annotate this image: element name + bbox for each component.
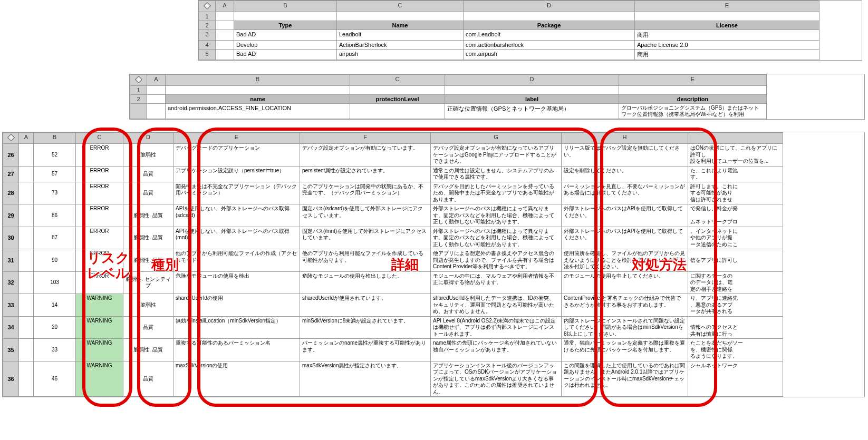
row-num[interactable]: 35 xyxy=(3,339,19,361)
row-num[interactable]: 28 xyxy=(3,182,19,204)
cell-desc[interactable]: minSdkVersionに8未満が設定されています。 xyxy=(300,316,431,339)
cell-title[interactable]: 無効なinstallLocation（minSdkVersion指定） xyxy=(173,316,300,339)
cell-id[interactable]: 52 xyxy=(34,144,76,167)
cell-title[interactable]: maxSdkVersionの使用 xyxy=(173,361,300,397)
cell-reason[interactable]: 外部ストレージへのパスは機種によって異なります。固定のパスなどを利用した場合、機… xyxy=(431,204,562,227)
cell-reason[interactable]: 通常この属性は設定しません。システムアプリのみで使用できる属性です。 xyxy=(431,166,562,182)
cell-desc[interactable]: デバッグ設定オプションが有効になっています。 xyxy=(300,144,431,167)
cell-risk[interactable]: ERROR xyxy=(76,182,123,204)
cell-id[interactable]: 87 xyxy=(34,227,76,249)
cell-risk[interactable]: ERROR xyxy=(76,271,123,294)
cell[interactable]: グローバルポジショニングシステム（GPS）またはネットワーク位置情報源（携帯基地… xyxy=(619,104,767,119)
cell-title[interactable]: 開発中または不完全なアプリケーション（デバック用パーミッション） xyxy=(173,182,300,204)
cell-risk[interactable]: ERROR xyxy=(76,166,123,182)
hdr-license[interactable]: License xyxy=(635,21,819,30)
cell-id[interactable]: 14 xyxy=(34,294,76,317)
cell-title[interactable]: デバッグモードのアプリケーション xyxy=(173,144,300,167)
col-D[interactable]: D xyxy=(123,133,173,144)
cell-id[interactable]: 103 xyxy=(34,271,76,294)
cell[interactable]: com.Leadbolt xyxy=(464,30,635,41)
cell[interactable]: Bad AD xyxy=(234,50,337,60)
hdr-name[interactable]: name xyxy=(166,95,350,104)
cell-risk[interactable]: WARNING xyxy=(76,294,123,317)
cell-desc[interactable]: パーミッションのname属性が重複する可能性があります。 xyxy=(300,339,431,361)
cell-type[interactable]: 脆弱性. 品質 xyxy=(123,227,173,249)
row-3[interactable] xyxy=(130,104,147,119)
col-A[interactable]: A xyxy=(147,75,166,86)
cell[interactable] xyxy=(619,86,767,95)
cell-risk[interactable]: ERROR xyxy=(76,144,123,167)
cell[interactable] xyxy=(19,271,34,294)
cell[interactable] xyxy=(19,339,34,361)
col-A[interactable]: A xyxy=(216,1,234,12)
col-E[interactable]: E xyxy=(173,133,300,144)
row-num[interactable]: 32 xyxy=(3,271,19,294)
cell[interactable] xyxy=(337,12,464,21)
cell-type[interactable]: 品質 xyxy=(123,316,173,339)
cell-desc[interactable]: 固定パス(/mnt)を使用して外部ストレージにアクセスしています。 xyxy=(300,227,431,249)
cell-reason[interactable]: デバッグを目的としたパーミッションを持っているため、開発中または不完全なアプリで… xyxy=(431,182,562,204)
row-num[interactable]: 29 xyxy=(3,204,19,227)
cell-type[interactable]: 脆弱性. センシティブ xyxy=(123,271,173,294)
row-num[interactable]: 30 xyxy=(3,227,19,249)
row-2[interactable]: 2 xyxy=(199,21,216,30)
col-E[interactable]: E xyxy=(635,1,819,12)
cell-reason[interactable]: モジュールの中には、マルウェアや利用者情報を不正に取得する物があります。 xyxy=(431,271,562,294)
cell[interactable] xyxy=(216,12,234,21)
cell[interactable]: 正確な位置情報（GPSとネットワーク基地局） xyxy=(445,104,619,119)
cell[interactable] xyxy=(166,86,350,95)
cell-action[interactable]: 外部ストレージへのパスはAPIを使用して取得してください。 xyxy=(562,204,688,227)
cell-risk[interactable]: WARNING xyxy=(76,361,123,397)
select-all-cell[interactable] xyxy=(130,75,147,86)
cell-risk[interactable]: WARNING xyxy=(76,339,123,361)
cell[interactable]: Apache License 2.0 xyxy=(635,41,819,50)
cell-type[interactable]: 品質 xyxy=(123,361,173,397)
cell[interactable] xyxy=(19,249,34,272)
col-E[interactable]: E xyxy=(619,75,767,86)
cell-id[interactable]: 20 xyxy=(34,316,76,339)
cell[interactable]: 商用 xyxy=(635,50,819,60)
cell-title[interactable]: 重複する可能性のあるパーミッション名 xyxy=(173,339,300,361)
col-B[interactable]: B xyxy=(166,75,350,86)
cell-risk[interactable]: ERROR xyxy=(76,204,123,227)
select-all-cell[interactable] xyxy=(199,1,216,12)
cell[interactable]: com.airpush xyxy=(464,50,635,60)
row-4[interactable]: 4 xyxy=(199,41,216,50)
cell[interactable] xyxy=(216,50,234,60)
cell[interactable] xyxy=(19,361,34,397)
cell-reason[interactable]: name属性の先頭にパッケージ名が付加されていない独自パーミッションがあります。 xyxy=(431,339,562,361)
cell-desc[interactable]: maxSdkVersion属性が指定されています。 xyxy=(300,361,431,397)
select-all-cell[interactable] xyxy=(3,133,19,144)
cell[interactable]: android.permission.ACCESS_FINE_LOCATION xyxy=(166,104,350,119)
cell-reason[interactable]: 外部ストレージへのパスは機種によって異なります。固定のパスなどを利用した場合、機… xyxy=(431,227,562,249)
cell[interactable] xyxy=(350,86,445,95)
cell[interactable] xyxy=(445,86,619,95)
cell[interactable] xyxy=(234,12,337,21)
hdr-label[interactable]: label xyxy=(445,95,619,104)
hdr-type[interactable]: Type xyxy=(234,21,337,30)
row-num[interactable]: 34 xyxy=(3,316,19,339)
col-C[interactable]: C xyxy=(76,133,123,144)
row-num[interactable]: 31 xyxy=(3,249,19,272)
row-num[interactable]: 26 xyxy=(3,144,19,167)
row-num[interactable]: 27 xyxy=(3,166,19,182)
col-D[interactable]: D xyxy=(445,75,619,86)
cell[interactable]: airpush xyxy=(337,50,464,60)
cell[interactable]: Develop xyxy=(234,41,337,50)
cell[interactable] xyxy=(216,21,234,30)
col-C[interactable]: C xyxy=(350,75,445,86)
cell-type[interactable]: 脆弱性. 品質 xyxy=(123,249,173,272)
cell-risk[interactable]: WARNING xyxy=(76,316,123,339)
cell-id[interactable]: 46 xyxy=(34,361,76,397)
row-2[interactable]: 2 xyxy=(130,95,147,104)
cell-id[interactable]: 90 xyxy=(34,249,76,272)
col-A[interactable]: A xyxy=(19,133,34,144)
cell[interactable]: com.actionbarsherlock xyxy=(464,41,635,50)
cell[interactable] xyxy=(19,182,34,204)
cell[interactable]: Bad AD xyxy=(234,30,337,41)
cell-desc[interactable]: 危険なモジュールの使用を検出しました。 xyxy=(300,271,431,294)
cell-title[interactable]: sharedUserIdの使用 xyxy=(173,294,300,317)
cell[interactable] xyxy=(19,166,34,182)
cell-title[interactable]: APIを使用しない、外部ストレージへのパス取得(sdcard) xyxy=(173,204,300,227)
cell-title[interactable]: 他のアプリから利用可能なファイルの作成（アクセスモード） xyxy=(173,249,300,272)
